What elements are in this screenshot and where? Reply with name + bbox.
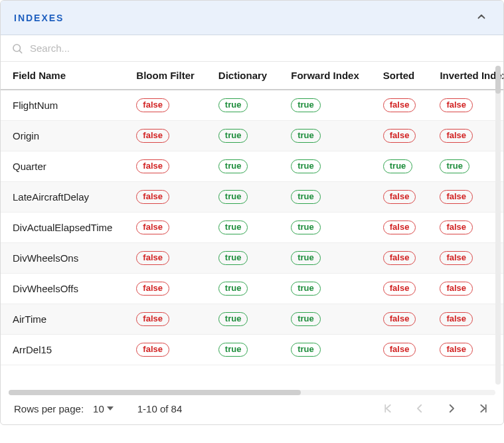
page-prev-button[interactable] [413,402,426,415]
true-pill: true [291,312,321,326]
table-row[interactable]: LateAircraftDelayfalsetruetruefalsefalse [1,182,503,213]
collapse-button[interactable] [473,8,490,27]
false-pill: false [136,129,169,143]
cell-bloom: false [124,304,207,335]
table-row[interactable]: DivWheelsOnsfalsetruetruefalsefalse [1,243,503,274]
pagination: Rows per page: 10 1-10 of 84 [1,395,503,424]
cell-bloom: false [124,182,207,213]
cell-field-name: DivWheelsOffs [1,274,124,304]
cell-inverted: false [428,90,503,121]
false-pill: false [383,129,416,143]
table-row[interactable]: AirTimefalsetruetruefalsefalse [1,304,503,335]
cell-forward: true [279,243,371,274]
col-sorted[interactable]: Sorted [371,62,428,90]
table-row[interactable]: Quarterfalsetruetruetruetrue [1,151,503,182]
cell-sorted: false [371,213,428,243]
true-pill: true [291,343,321,357]
false-pill: false [440,251,473,265]
false-pill: false [383,221,416,234]
false-pill: false [383,98,416,112]
col-field-name[interactable]: Field Name [1,62,124,90]
page-first-button[interactable] [381,402,394,415]
true-pill: true [383,159,413,173]
cell-field-name: DivWheelsOns [1,243,124,274]
cell-inverted: false [428,182,503,213]
col-bloom-filter[interactable]: Bloom Filter [124,62,207,90]
rows-per-page-select[interactable]: 10 [93,403,114,414]
true-pill: true [291,159,321,173]
cell-inverted: false [428,121,503,151]
false-pill: false [136,251,169,265]
cell-inverted: false [428,335,503,365]
cell-bloom: false [124,90,207,121]
false-pill: false [440,190,473,204]
table-row[interactable]: ArrDel15falsetruetruefalsefalse [1,335,503,365]
col-forward-index[interactable]: Forward Index [279,62,371,90]
true-pill: true [291,221,321,234]
page-next-button[interactable] [445,402,458,415]
cell-bloom: false [124,213,207,243]
cell-sorted: false [371,90,428,121]
table-row[interactable]: DivWheelsOffsfalsetruetruefalsefalse [1,274,503,304]
table-row[interactable]: Originfalsetruetruefalsefalse [1,121,503,151]
cell-inverted: false [428,213,503,243]
indexes-panel: INDEXES Field Name Bloom Filter Dictiona… [0,0,504,425]
cell-field-name: ArrDel15 [1,335,124,365]
cell-bloom: false [124,151,207,182]
cell-dict: true [207,151,279,182]
false-pill: false [440,221,473,234]
horizontal-scrollbar[interactable] [9,390,495,395]
cell-forward: true [279,304,371,335]
vertical-scrollbar-thumb[interactable] [495,66,501,94]
false-pill: false [136,190,169,204]
true-pill: true [291,129,321,143]
cell-bloom: false [124,274,207,304]
cell-dict: true [207,335,279,365]
cell-sorted: true [371,151,428,182]
horizontal-scrollbar-thumb[interactable] [9,390,301,395]
cell-sorted: false [371,304,428,335]
true-pill: true [218,129,248,143]
cell-inverted: false [428,243,503,274]
table-row[interactable]: FlightNumfalsetruetruefalsefalse [1,90,503,121]
false-pill: false [440,343,473,357]
search-icon [11,43,23,54]
cell-dict: true [207,243,279,274]
search-row [1,35,503,62]
cell-forward: true [279,213,371,243]
cell-sorted: false [371,243,428,274]
pagination-range: 1-10 of 84 [137,403,183,414]
true-pill: true [218,159,248,173]
cell-inverted: false [428,274,503,304]
cell-dict: true [207,121,279,151]
false-pill: false [136,343,169,357]
true-pill: true [291,98,321,112]
search-input[interactable] [29,42,494,54]
cell-bloom: false [124,335,207,365]
col-dictionary[interactable]: Dictionary [207,62,279,90]
dropdown-icon [107,405,114,412]
false-pill: false [136,312,169,326]
cell-forward: true [279,274,371,304]
rows-per-page-label: Rows per page: [14,403,84,414]
vertical-scrollbar[interactable] [495,66,501,385]
cell-sorted: false [371,335,428,365]
chevron-up-icon [475,11,487,23]
cell-field-name: DivActualElapsedTime [1,213,124,243]
cell-forward: true [279,151,371,182]
page-last-button[interactable] [477,402,490,415]
false-pill: false [440,312,473,326]
col-inverted-index[interactable]: Inverted Index [428,62,503,90]
true-pill: true [218,221,248,234]
cell-dict: true [207,90,279,121]
false-pill: false [383,190,416,204]
panel-title: INDEXES [14,13,64,23]
false-pill: false [136,159,169,173]
chevron-right-icon [446,402,458,414]
false-pill: false [383,282,416,296]
cell-forward: true [279,335,371,365]
table-row[interactable]: DivActualElapsedTimefalsetruetruefalsefa… [1,213,503,243]
indexes-table: Field Name Bloom Filter Dictionary Forwa… [1,62,503,365]
false-pill: false [383,312,416,326]
cell-dict: true [207,274,279,304]
